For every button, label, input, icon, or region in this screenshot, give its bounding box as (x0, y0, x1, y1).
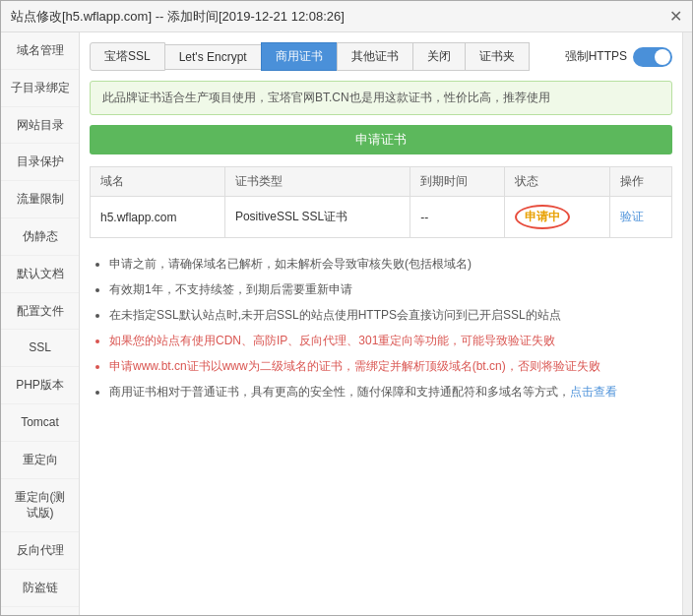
status-applying-badge: 申请中 (515, 205, 570, 229)
sidebar-item-7[interactable]: 配置文件 (1, 293, 79, 331)
sidebar-item-0[interactable]: 域名管理 (1, 32, 79, 70)
cell-expire: -- (410, 197, 505, 238)
tab-0[interactable]: 宝塔SSL (90, 42, 165, 71)
tabs-row: 宝塔SSLLet's Encrypt商用证书其他证书关闭证书夹 强制HTTPS (90, 42, 672, 71)
col-header-2: 到期时间 (410, 167, 505, 197)
verify-link[interactable]: 验证 (620, 210, 644, 223)
main-content: 域名管理子目录绑定网站目录目录保护流量限制伪静态默认文档配置文件SSLPHP版本… (1, 32, 692, 615)
note-item-1: 有效期1年，不支持续签，到期后需要重新申请 (109, 277, 672, 301)
note-item-5: 商用证书相对于普通证书，具有更高的安全性，随付保障和支持通配符和多域名等方式，点… (109, 380, 672, 403)
note-item-4: 申请www.bt.cn证书以www为二级域名的证书，需绑定并解析顶级域名(bt.… (109, 354, 672, 378)
main-window: 站点修改[h5.wflapp.com] -- 添加时间[2019-12-21 1… (0, 0, 693, 616)
scrollbar[interactable] (682, 32, 692, 615)
col-header-3: 状态 (505, 167, 610, 197)
close-button[interactable]: ✕ (669, 9, 682, 25)
cert-table-header-row: 域名证书类型到期时间状态操作 (91, 167, 672, 197)
tab-4[interactable]: 关闭 (412, 42, 466, 71)
sidebar-item-13[interactable]: 反向代理 (1, 532, 79, 570)
cell-status: 申请中 (505, 197, 610, 238)
tab-1[interactable]: Let's Encrypt (164, 44, 262, 70)
sidebar-item-10[interactable]: Tomcat (1, 404, 79, 442)
info-banner: 此品牌证书适合生产项目使用，宝塔官网BT.CN也是用这款证书，性价比高，推荐使用 (90, 81, 672, 115)
cell-domain: h5.wflapp.com (91, 197, 225, 238)
sidebar-item-9[interactable]: PHP版本 (1, 367, 79, 404)
sidebar-item-15[interactable]: 响应日志 (1, 607, 79, 615)
apply-cert-button[interactable]: 申请证书 (90, 125, 672, 154)
force-https-label: 强制HTTPS (565, 48, 627, 65)
title-bar: 站点修改[h5.wflapp.com] -- 添加时间[2019-12-21 1… (1, 1, 692, 32)
sidebar-item-5[interactable]: 伪静态 (1, 218, 79, 256)
force-https-area: 强制HTTPS (565, 47, 672, 67)
content-area: 宝塔SSLLet's Encrypt商用证书其他证书关闭证书夹 强制HTTPS … (80, 32, 682, 615)
cert-table: 域名证书类型到期时间状态操作 h5.wflapp.comPositiveSSL … (90, 166, 672, 238)
cert-table-header: 域名证书类型到期时间状态操作 (91, 167, 672, 197)
sidebar-item-8[interactable]: SSL (1, 330, 79, 367)
col-header-1: 证书类型 (224, 167, 410, 197)
table-row: h5.wflapp.comPositiveSSL SSL证书--申请中验证 (91, 197, 672, 238)
note-link-5[interactable]: 点击查看 (570, 385, 617, 399)
cert-table-body: h5.wflapp.comPositiveSSL SSL证书--申请中验证 (91, 197, 672, 238)
sidebar-item-6[interactable]: 默认文档 (1, 256, 79, 293)
cell-cert-type: PositiveSSL SSL证书 (224, 197, 410, 238)
tab-3[interactable]: 其他证书 (337, 42, 413, 71)
info-banner-text: 此品牌证书适合生产项目使用，宝塔官网BT.CN也是用这款证书，性价比高，推荐使用 (102, 91, 550, 104)
sidebar-item-11[interactable]: 重定向 (1, 442, 79, 479)
sidebar-item-4[interactable]: 流量限制 (1, 181, 79, 218)
sidebar-item-2[interactable]: 网站目录 (1, 107, 79, 145)
notes-list: 申请之前，请确保域名已解析，如未解析会导致审核失败(包括根域名)有效期1年，不支… (90, 252, 672, 403)
col-header-0: 域名 (91, 167, 225, 197)
tab-5[interactable]: 证书夹 (465, 42, 530, 71)
note-item-2: 在未指定SSL默认站点时,未开启SSL的站点使用HTTPS会直接访问到已开启SS… (109, 303, 672, 327)
notes-area: 申请之前，请确保域名已解析，如未解析会导致审核失败(包括根域名)有效期1年，不支… (90, 252, 672, 405)
note-item-3: 如果您的站点有使用CDN、高防IP、反向代理、301重定向等功能，可能导致验证失… (109, 329, 672, 352)
force-https-toggle[interactable] (633, 47, 672, 67)
sidebar-item-12[interactable]: 重定向(测试版) (1, 479, 79, 533)
sidebar: 域名管理子目录绑定网站目录目录保护流量限制伪静态默认文档配置文件SSLPHP版本… (1, 32, 80, 615)
toggle-knob (655, 49, 670, 65)
cell-action: 验证 (610, 197, 672, 238)
col-header-4: 操作 (610, 167, 672, 197)
window-title: 站点修改[h5.wflapp.com] -- 添加时间[2019-12-21 1… (11, 8, 345, 26)
note-item-0: 申请之前，请确保域名已解析，如未解析会导致审核失败(包括根域名) (109, 252, 672, 276)
tab-2[interactable]: 商用证书 (261, 42, 338, 71)
sidebar-item-14[interactable]: 防盗链 (1, 570, 79, 607)
sidebar-item-3[interactable]: 目录保护 (1, 144, 79, 181)
sidebar-item-1[interactable]: 子目录绑定 (1, 70, 79, 107)
